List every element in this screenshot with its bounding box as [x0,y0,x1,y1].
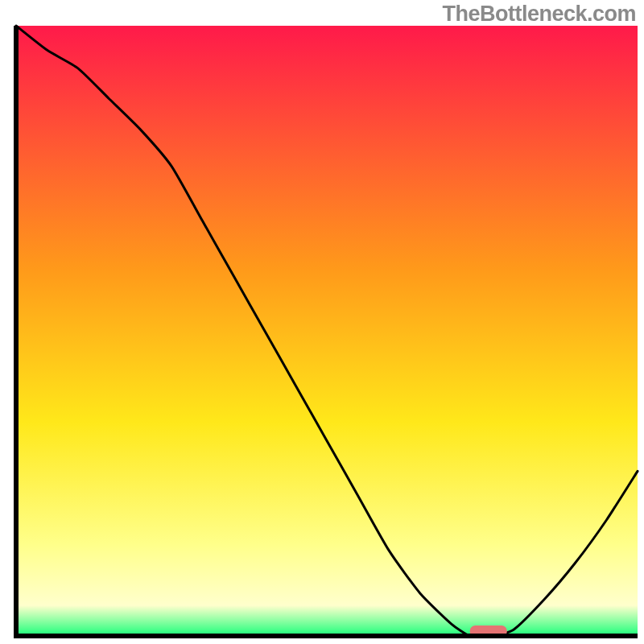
watermark-text: TheBottleneck.com [442,2,636,27]
bottleneck-chart [0,0,644,644]
chart-wrapper: TheBottleneck.com [0,0,644,644]
gradient-background [16,26,638,636]
